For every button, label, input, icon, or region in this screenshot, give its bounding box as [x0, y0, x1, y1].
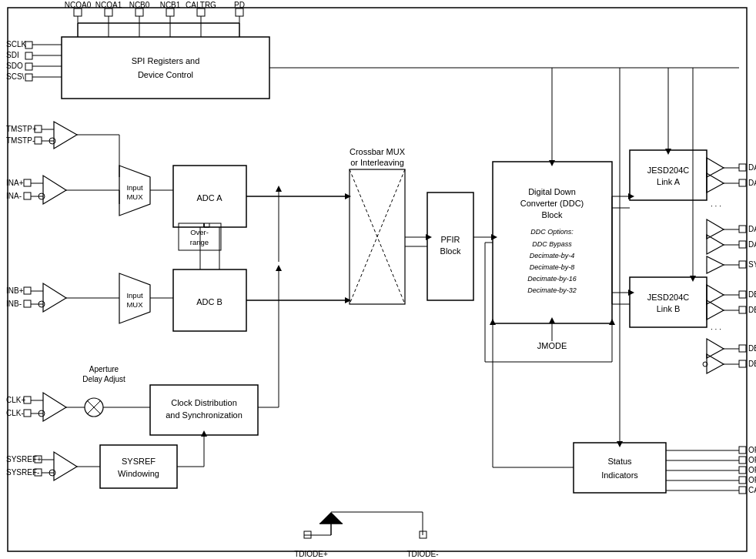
- pin-inb-pos: INB+: [6, 286, 24, 295]
- svg-rect-86: [739, 179, 746, 186]
- sysref-wind-label2: Windowing: [118, 469, 159, 478]
- svg-marker-126: [276, 186, 282, 192]
- pin-ncoa1: NCOA1: [95, 1, 122, 9]
- svg-rect-76: [630, 277, 707, 327]
- pin-ora0: ORA0: [748, 446, 756, 454]
- main-diagram: NCOA0 NCOA1 NCB0 NCB1 CALTRG PD SPI Regi…: [0, 0, 756, 559]
- jmode-label: JMODE: [537, 341, 567, 350]
- svg-rect-3: [135, 8, 143, 16]
- clock-dist-label1: Clock Distribution: [171, 398, 237, 407]
- svg-marker-42: [43, 283, 66, 312]
- jesd-b-label2: Link B: [657, 304, 681, 313]
- pin-orb0: ORB0: [748, 466, 756, 474]
- svg-marker-102: [707, 339, 724, 358]
- svg-rect-101: [739, 306, 746, 313]
- jesd-a-label2: Link A: [657, 177, 681, 186]
- svg-rect-14: [62, 37, 269, 99]
- svg-rect-147: [739, 457, 746, 464]
- pin-tdiode-pos: TDIODE+: [294, 550, 328, 558]
- overrange-label1: Over-: [190, 228, 209, 236]
- pin-da0-pos: DA0+: [748, 163, 756, 172]
- clock-dist-label2: and Synchronization: [166, 410, 243, 420]
- pin-syncse: SYNCSE\: [748, 260, 756, 269]
- pin-da7-pos: DA7+: [748, 225, 756, 233]
- pin-pd: PD: [234, 1, 245, 9]
- input-mux-a-label2: MUX: [126, 192, 143, 201]
- input-mux-b-label2: MUX: [126, 300, 143, 309]
- pin-db0-pos: DB0+: [748, 290, 756, 299]
- svg-marker-137: [54, 452, 77, 480]
- aperture-delay-label2: Delay Adjust: [82, 375, 125, 383]
- svg-rect-5: [197, 8, 205, 16]
- ddc-opt3: Decimate-by-8: [530, 263, 575, 271]
- pfir-label1: PFIR: [440, 235, 460, 244]
- adc-b-label: ADC B: [196, 297, 222, 306]
- svg-marker-157: [319, 512, 343, 524]
- crossbar-label1: Crossbar MUX: [350, 147, 406, 156]
- ddc-opt1: DDC Bypass: [532, 240, 572, 248]
- pin-tmstp-neg: TMSTP-: [6, 136, 35, 145]
- ddc-label2: Converter (DDC): [520, 199, 584, 208]
- overrange-label2: range: [190, 238, 209, 246]
- svg-marker-28: [54, 122, 77, 149]
- pin-sdo: SDO: [6, 62, 23, 70]
- crossbar-label2: or Interleaving: [350, 158, 404, 167]
- svg-rect-31: [24, 179, 31, 186]
- pin-da7-neg: DA7-: [748, 240, 756, 249]
- svg-rect-113: [24, 410, 31, 417]
- sysref-wind-label1: SYSREF: [122, 457, 156, 466]
- svg-marker-177: [690, 276, 696, 282]
- svg-marker-124: [276, 265, 282, 271]
- diagram-container: NCOA0 NCOA1 NCB0 NCB1 CALTRG PD SPI Regi…: [0, 0, 756, 559]
- svg-rect-1: [74, 8, 82, 16]
- ddc-options-title: DDC Options:: [530, 228, 574, 236]
- svg-rect-151: [739, 477, 746, 484]
- pin-scs: SCS\: [6, 72, 25, 81]
- ddc-label3: Block: [542, 210, 563, 219]
- pin-ora1: ORA1: [748, 456, 756, 464]
- ddc-opt5: Decimate-by-32: [527, 286, 577, 294]
- pin-tmstp-pos: TMSTP+: [6, 125, 37, 133]
- pfir-label2: Block: [440, 246, 461, 256]
- svg-rect-95: [739, 261, 746, 268]
- jesd-a-label1: JESD204C: [647, 166, 689, 175]
- dots-a: · · ·: [711, 202, 721, 210]
- svg-marker-96: [707, 285, 724, 304]
- svg-rect-33: [24, 192, 31, 199]
- pin-ncb1: NCB1: [160, 1, 181, 9]
- svg-rect-6: [236, 8, 243, 16]
- svg-rect-107: [739, 360, 746, 367]
- svg-rect-40: [24, 300, 31, 307]
- svg-marker-182: [490, 319, 496, 325]
- svg-rect-83: [739, 164, 746, 171]
- svg-rect-145: [739, 447, 746, 454]
- svg-rect-98: [739, 291, 746, 298]
- svg-marker-71: [549, 317, 555, 323]
- svg-rect-139: [100, 445, 177, 488]
- svg-marker-69: [491, 234, 497, 240]
- spi-registers-label1: SPI Registers and: [132, 56, 200, 65]
- status-label2: Indicators: [601, 470, 638, 480]
- pin-calstat: CALSTAT: [748, 486, 756, 494]
- pin-da0-neg: DA0-: [748, 179, 756, 187]
- spi-registers-label2: Device Control: [138, 70, 193, 79]
- svg-marker-87: [707, 219, 724, 239]
- svg-rect-38: [24, 287, 31, 294]
- pin-tdiode-neg: TDIODE-: [406, 550, 438, 558]
- svg-rect-153: [739, 487, 746, 494]
- pin-orb1: ORB1: [748, 476, 756, 484]
- svg-rect-149: [739, 467, 746, 474]
- svg-rect-26: [35, 137, 42, 144]
- svg-marker-173: [549, 160, 555, 166]
- svg-rect-104: [739, 345, 746, 352]
- pin-clk-pos: CLK+: [6, 396, 25, 404]
- ddc-label1: Digital Down: [528, 187, 576, 196]
- pin-ncoa0: NCOA0: [65, 1, 92, 9]
- svg-marker-179: [617, 441, 623, 447]
- pin-db0-neg: DB0-: [748, 306, 756, 314]
- svg-marker-78: [628, 290, 634, 296]
- svg-marker-35: [43, 176, 66, 204]
- ddc-opt4: Decimate-by-16: [527, 275, 577, 283]
- svg-rect-143: [574, 443, 666, 493]
- pin-sclk: SCLK: [6, 40, 26, 49]
